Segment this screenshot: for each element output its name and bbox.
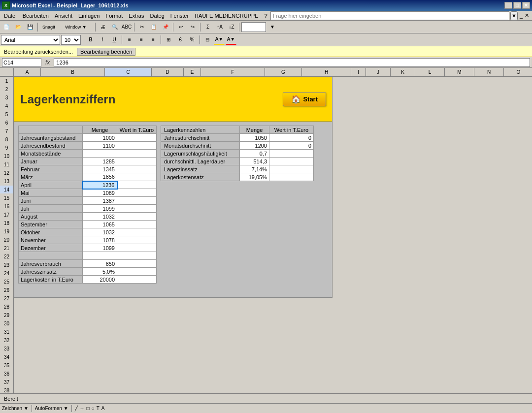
sep9 <box>161 35 161 44</box>
zoom-dropdown[interactable]: ▼ <box>267 22 278 32</box>
redo-button[interactable]: ↪ <box>187 22 198 32</box>
textbox-btn[interactable]: T <box>97 406 100 411</box>
row-jan-menge[interactable]: 1285 <box>83 158 117 165</box>
row-jahresd-menge[interactable]: 1050 <box>240 134 269 142</box>
underline-button[interactable]: U <box>109 34 120 45</box>
bearbeitung-beenden-button[interactable]: Bearbeitung beenden <box>77 48 135 56</box>
row-lagerkost-menge[interactable]: 19,05% <box>240 173 269 181</box>
ask-input[interactable] <box>270 11 509 20</box>
font-color-button[interactable]: A▼ <box>226 34 236 45</box>
row-jahressz-menge[interactable]: 5,0% <box>83 268 117 276</box>
cut-button[interactable]: ✂ <box>136 22 147 32</box>
oval-btn[interactable]: ○ <box>92 406 95 411</box>
menu-help[interactable]: ? <box>262 12 270 20</box>
spreadsheet-title: Lagerkennziffern <box>20 93 115 106</box>
name-box[interactable]: C14 <box>2 58 41 67</box>
row-lagerumsch-menge[interactable]: 0,7 <box>240 150 269 158</box>
row-feb-menge[interactable]: 1345 <box>83 165 117 173</box>
align-center-button[interactable]: ≡ <box>136 34 147 45</box>
row-jun-menge[interactable]: 1387 <box>83 197 117 205</box>
new-button[interactable]: 📄 <box>1 22 12 32</box>
sep3 <box>134 23 134 32</box>
italic-button[interactable]: I <box>97 34 108 45</box>
row-lagerd-menge[interactable]: 514,3 <box>240 158 269 165</box>
row-mar-menge[interactable]: 1856 <box>83 173 117 181</box>
yellow-header: Lagerkennziffern 🏠 Start <box>14 77 332 122</box>
row-sep-label: September <box>19 221 83 228</box>
menu-einfuegen[interactable]: Einfügen <box>75 12 102 20</box>
print-button[interactable]: 🖨 <box>98 22 108 32</box>
menu-haufe[interactable]: HAUFE MEDIENGRUPPE <box>192 12 262 20</box>
open-button[interactable]: 📂 <box>13 22 24 32</box>
menu-dateg[interactable]: Dateg <box>147 12 167 20</box>
start-button[interactable]: 🏠 Start <box>283 92 326 106</box>
wordart-btn[interactable]: A <box>101 406 105 411</box>
sort-asc-button[interactable]: ↑A <box>214 22 225 32</box>
percent-button[interactable]: % <box>187 34 198 45</box>
undo-button[interactable]: ↩ <box>175 22 186 32</box>
fontsize-select[interactable]: 10 <box>61 35 81 45</box>
sort-desc-button[interactable]: ↓Z <box>226 22 237 32</box>
row-okt-menge[interactable]: 1032 <box>83 228 117 236</box>
rect-btn[interactable]: □ <box>87 406 90 411</box>
menu-extras[interactable]: Extras <box>126 12 147 20</box>
zoom-input[interactable]: 100% <box>241 22 266 32</box>
align-left-button[interactable]: ≡ <box>124 34 135 45</box>
paste-button[interactable]: 📌 <box>160 22 171 32</box>
row-lagerk-menge[interactable]: 20000 <box>83 276 117 284</box>
row-jul-menge[interactable]: 1099 <box>83 205 117 213</box>
formula-input[interactable] <box>54 58 530 67</box>
sep6 <box>239 23 239 32</box>
row-dez-menge[interactable]: 1099 <box>83 244 117 252</box>
right-header-label: Lagerkennzahlen <box>161 126 240 134</box>
save-button[interactable]: 💾 <box>25 22 35 32</box>
window-select[interactable]: Window ▼ <box>59 22 93 32</box>
preview-button[interactable]: 🔍 <box>109 22 120 32</box>
copy-button[interactable]: 📋 <box>148 22 159 32</box>
row-jahresv-menge[interactable]: 850 <box>83 260 117 268</box>
content-overlay: Lagerkennziffern 🏠 Start Menge Wert in T… <box>14 77 332 298</box>
left-header-wert: Wert in T.Euro <box>117 126 157 134</box>
menu-bearbeiten[interactable]: Bearbeiten <box>20 12 52 20</box>
menu-fenster[interactable]: Fenster <box>167 12 192 20</box>
row-nov-menge[interactable]: 1078 <box>83 236 117 244</box>
align-right-button[interactable]: ≡ <box>148 34 159 45</box>
borders-button[interactable]: ⊟ <box>202 34 213 45</box>
row-jahresd-wert[interactable]: 0 <box>269 134 314 142</box>
font-select[interactable]: Arial <box>1 35 60 45</box>
ask-button[interactable]: ▼ <box>510 11 518 20</box>
merge-button[interactable]: ⊞ <box>163 34 174 45</box>
row-jahresend-menge[interactable]: 1100 <box>83 142 117 150</box>
row-monatsd-wert[interactable]: 0 <box>269 142 314 150</box>
close-help-icon[interactable]: ✕ <box>525 12 529 19</box>
row-apr-menge[interactable]: 1236 <box>83 181 117 189</box>
row-mai-label: Mai <box>19 189 83 197</box>
row-jahresanfang-menge[interactable]: 1000 <box>83 134 117 142</box>
toolbar-1: 📄 📂 💾 SnagIt Window ▼ 🖨 🔍 ABC ✂ 📋 📌 ↩ ↪ … <box>0 21 532 33</box>
col-header-g: G <box>265 68 302 76</box>
row-monatsd-menge[interactable]: 1200 <box>240 142 269 150</box>
row-aug-menge[interactable]: 1032 <box>83 213 117 221</box>
row-lagerzins-label: Lagerzinssatz <box>161 165 240 173</box>
menu-format[interactable]: Format <box>102 12 126 20</box>
row-sep-menge[interactable]: 1065 <box>83 221 117 228</box>
currency-button[interactable]: € <box>175 34 186 45</box>
menu-datei[interactable]: Datei <box>1 12 20 20</box>
line-btn[interactable]: ╱ <box>75 406 78 411</box>
minimize-button[interactable]: _ <box>504 2 512 9</box>
row-okt-label: Oktober <box>19 228 83 236</box>
maximize-button[interactable]: □ <box>513 2 521 9</box>
row-mai-menge[interactable]: 1089 <box>83 189 117 197</box>
snagit-button[interactable]: SnagIt <box>40 22 58 32</box>
sum-button[interactable]: Σ <box>202 22 213 32</box>
spellcheck-button[interactable]: ABC <box>121 22 132 32</box>
row-lagerzins-menge[interactable]: 7,14% <box>240 165 269 173</box>
close-button[interactable]: ✕ <box>522 2 530 9</box>
minimize-help-icon[interactable]: _ <box>520 13 523 19</box>
bold-button[interactable]: B <box>85 34 96 45</box>
row-lagerd-label: durchschnittl. Lagerdauer <box>161 158 240 165</box>
fill-color-button[interactable]: A▼ <box>214 34 225 45</box>
arrow-btn[interactable]: → <box>80 406 85 411</box>
menu-ansicht[interactable]: Ansicht <box>52 12 75 20</box>
title-bar: X Microsoft Excel - Beispiel_Lager_10610… <box>0 0 532 11</box>
